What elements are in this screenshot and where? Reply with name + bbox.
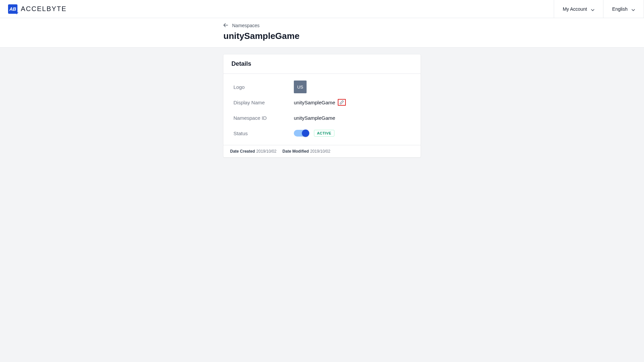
row-logo: Logo US <box>233 80 411 94</box>
display-name-value: unitySampleGame <box>294 100 335 105</box>
namespace-logo-thumb[interactable]: US <box>294 81 307 93</box>
details-card: Details Logo US Display Name unitySample… <box>223 54 421 157</box>
namespace-id-value: unitySampleGame <box>294 115 335 121</box>
breadcrumb-back[interactable]: Namespaces <box>223 23 421 28</box>
language-dropdown[interactable]: English <box>603 0 644 18</box>
chevron-down-icon <box>591 7 594 11</box>
date-modified-value: 2019/10/02 <box>310 149 330 154</box>
header-right: My Account English <box>554 0 644 18</box>
row-display-name-label: Display Name <box>233 100 294 105</box>
card-footer: Date Created2019/10/02 Date Modified2019… <box>223 145 421 157</box>
chevron-down-icon <box>632 7 635 11</box>
edit-display-name-button[interactable] <box>338 99 346 106</box>
arrow-left-icon <box>223 23 228 28</box>
row-status-label: Status <box>233 131 294 136</box>
my-account-dropdown[interactable]: My Account <box>554 0 603 18</box>
toggle-knob <box>302 130 309 137</box>
date-modified-label: Date Modified <box>282 149 309 154</box>
breadcrumb-label: Namespaces <box>232 23 260 28</box>
row-namespace-id-label: Namespace ID <box>233 115 294 121</box>
page-title: unitySampleGame <box>223 31 421 41</box>
page-body: Details Logo US Display Name unitySample… <box>0 48 644 362</box>
pencil-icon <box>339 100 344 105</box>
top-header: AB ACCELBYTE My Account English <box>0 0 644 18</box>
page-subheader: Namespaces unitySampleGame <box>0 18 644 48</box>
date-created-label: Date Created <box>230 149 255 154</box>
row-namespace-id: Namespace ID unitySampleGame <box>233 111 411 125</box>
brand-logo-initials: AB <box>9 6 16 12</box>
date-created-value: 2019/10/02 <box>256 149 276 154</box>
card-title: Details <box>223 54 421 74</box>
namespace-logo-text: US <box>297 85 303 90</box>
date-modified: Date Modified2019/10/02 <box>282 149 330 154</box>
brand[interactable]: AB ACCELBYTE <box>8 4 67 14</box>
brand-name: ACCELBYTE <box>21 5 67 13</box>
my-account-label: My Account <box>563 6 587 12</box>
row-logo-label: Logo <box>233 84 294 90</box>
status-toggle[interactable] <box>294 130 309 137</box>
brand-logo-icon: AB <box>8 4 17 14</box>
date-created: Date Created2019/10/02 <box>230 149 276 154</box>
language-label: English <box>612 6 628 12</box>
card-body: Logo US Display Name unitySampleGame <box>223 74 421 145</box>
status-badge: ACTIVE <box>314 130 334 137</box>
row-display-name: Display Name unitySampleGame <box>233 95 411 109</box>
row-status: Status ACTIVE <box>233 126 411 140</box>
